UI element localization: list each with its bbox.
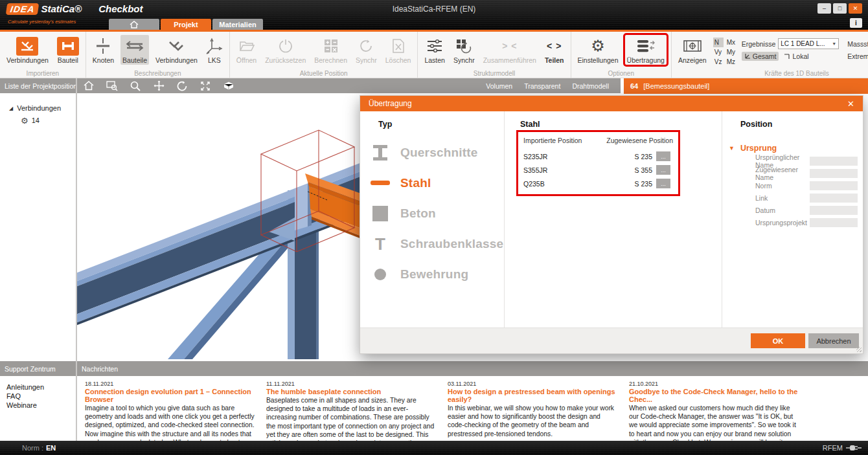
zoom-extents-button[interactable] bbox=[199, 80, 212, 93]
news-title-link[interactable]: How to design a prestressed beam with op… bbox=[448, 388, 617, 403]
tab-materialien[interactable]: Materialien bbox=[212, 19, 263, 30]
assigned-material: S 235 bbox=[635, 153, 656, 161]
uebertragung-button[interactable]: Übertragung bbox=[625, 35, 667, 65]
tree-node-verbindungen[interactable]: ◢ Verbindungen bbox=[9, 102, 76, 114]
news-title-link[interactable]: Connection design evolution part 1 – Con… bbox=[85, 388, 255, 403]
lasten-button[interactable]: Lasten bbox=[422, 35, 447, 65]
component-vz[interactable]: Vz bbox=[713, 57, 724, 67]
zoom-window-button[interactable] bbox=[106, 80, 119, 93]
expand-arrows-icon bbox=[200, 81, 211, 91]
zoom-button[interactable] bbox=[129, 80, 142, 93]
browse-material-button[interactable]: ... bbox=[656, 179, 670, 188]
col-importierte-position: Importierte Position bbox=[523, 137, 582, 144]
pan-button[interactable] bbox=[152, 80, 165, 93]
product-name: Checkbot bbox=[98, 3, 143, 14]
idea-logo: IDEA bbox=[6, 3, 40, 15]
stahl-header: Stahl bbox=[520, 120, 540, 129]
tree-item-14[interactable]: ⚙ 14 bbox=[21, 114, 76, 127]
news-date: 18.11.2021 bbox=[85, 381, 255, 387]
global-axes-icon bbox=[744, 53, 751, 60]
desc-verbindungen-button[interactable]: Verbindungen bbox=[154, 35, 200, 65]
component-mx[interactable]: Mx bbox=[725, 38, 737, 47]
struktur-synchr-button[interactable]: Synchr bbox=[451, 35, 477, 65]
support-header: Support Zentrum bbox=[0, 361, 76, 376]
input-norm[interactable] bbox=[810, 181, 858, 190]
zoom-all-button[interactable] bbox=[82, 80, 95, 93]
gesamt-toggle[interactable]: Gesamt bbox=[742, 52, 779, 61]
minimize-button[interactable]: – bbox=[817, 3, 831, 14]
dialog-titlebar: Übertragung ✕ bbox=[360, 96, 863, 111]
solid-view-button[interactable] bbox=[222, 80, 235, 93]
table-row: Q235B S 235 ... bbox=[523, 177, 673, 190]
tab-home[interactable] bbox=[109, 19, 159, 30]
component-n[interactable]: N bbox=[713, 38, 724, 47]
assigned-material: S 235 bbox=[635, 180, 656, 188]
import-verbindungen-button[interactable]: Verbindungen bbox=[5, 35, 51, 65]
link-webinare[interactable]: Webinare bbox=[6, 401, 76, 410]
link-faq[interactable]: FAQ bbox=[6, 392, 76, 401]
typ-item-beton[interactable]: Beton bbox=[360, 198, 504, 228]
loadcase-dropdown[interactable]: LC 1 DEAD L...▼ bbox=[778, 38, 839, 49]
mode-transparent[interactable]: Transparent bbox=[524, 82, 560, 90]
connection-gear-icon: ⚙ bbox=[21, 116, 29, 126]
force-component-grid: N Mx Vy My Vz Mz bbox=[713, 38, 737, 67]
app-window: IdeaStatiCa-RFEM (EN) IDEAStatiCa®Checkb… bbox=[0, 0, 868, 455]
stahl-column: Stahl Importierte Position Zugewiesene P… bbox=[505, 111, 722, 327]
maximize-button[interactable]: □ bbox=[833, 3, 847, 14]
lks-button[interactable]: LKS bbox=[204, 35, 225, 65]
news-title-link[interactable]: Goodbye to the Code-Check Manager, hello… bbox=[629, 388, 799, 403]
field-datum: Datum bbox=[755, 204, 858, 216]
component-vy[interactable]: Vy bbox=[713, 47, 724, 57]
news-date: 03.11.2021 bbox=[448, 381, 617, 387]
cancel-button[interactable]: Abbrechen bbox=[808, 333, 859, 348]
input-zugewiesener-name[interactable] bbox=[810, 169, 858, 178]
ok-button[interactable]: OK bbox=[751, 333, 805, 348]
component-my[interactable]: My bbox=[725, 47, 737, 57]
lokal-toggle[interactable]: Lokal bbox=[781, 52, 811, 61]
import-bauteil-button[interactable]: Bauteil bbox=[55, 35, 81, 65]
mode-drahtmodell[interactable]: Drahtmodell bbox=[572, 82, 609, 90]
input-urspruenglicher-name[interactable] bbox=[810, 157, 858, 166]
sliders-icon bbox=[426, 36, 443, 56]
field-zugewiesener-name: Zugewiesener Name bbox=[755, 167, 858, 179]
uebertragung-dialog: Übertragung ✕ Typ Querschnitte Stahl bbox=[360, 95, 863, 354]
typ-item-querschnitte[interactable]: Querschnitte bbox=[360, 137, 504, 168]
ribbon-group-kraefte: Anzeigen N Mx Vy My Vz Mz Ergebnisse LC … bbox=[672, 32, 868, 78]
browse-material-button[interactable]: ... bbox=[656, 151, 670, 161]
typ-item-bewehrung[interactable]: Bewehrung bbox=[360, 259, 504, 289]
news-body: Baseplates come in all shapes and sizes.… bbox=[266, 396, 436, 447]
news-items: 18.11.2021 Connection design evolution p… bbox=[77, 376, 868, 441]
dialog-close-icon[interactable]: ✕ bbox=[847, 99, 854, 109]
synchr-button: Synchr bbox=[354, 35, 379, 65]
axes-icon bbox=[206, 36, 223, 56]
link-anleitungen[interactable]: Anleitungen bbox=[6, 383, 76, 392]
teilen-button[interactable]: < > Teilen bbox=[543, 35, 566, 65]
ursprung-section: ▼ Ursprung Ursprünglicher Name Zugewiese… bbox=[729, 142, 858, 228]
ribbon: Verbindungen Bauteil Importieren Knoten bbox=[0, 32, 868, 78]
news-title-link[interactable]: The humble baseplate connection bbox=[266, 388, 436, 395]
browse-material-button[interactable]: ... bbox=[656, 165, 670, 175]
tab-projekt[interactable]: Projekt bbox=[161, 19, 211, 30]
node-icon bbox=[95, 36, 111, 56]
typ-item-schraubenklasse[interactable]: T Schraubenklasse bbox=[360, 228, 504, 259]
rotate-button[interactable] bbox=[176, 80, 188, 93]
info-button[interactable]: i bbox=[850, 18, 862, 28]
component-mz[interactable]: Mz bbox=[725, 57, 737, 67]
input-datum[interactable] bbox=[810, 206, 858, 215]
input-ursprungsprojekt[interactable] bbox=[810, 218, 858, 227]
input-link[interactable] bbox=[810, 194, 858, 203]
bauteile-button[interactable]: Bauteile bbox=[120, 35, 149, 65]
mode-volumen[interactable]: Volumen bbox=[486, 82, 512, 90]
support-panel: Support Zentrum Anleitungen FAQ Webinare bbox=[0, 359, 77, 441]
expander-icon[interactable]: ◢ bbox=[9, 105, 13, 111]
collapse-triangle-icon[interactable]: ▼ bbox=[729, 145, 735, 151]
anzeigen-button[interactable]: Anzeigen bbox=[676, 35, 709, 65]
table-row: S355JR S 355 ... bbox=[523, 163, 673, 177]
einstellungen-button[interactable]: ⚙ Einstellungen bbox=[576, 35, 621, 65]
resize-grip[interactable] bbox=[856, 347, 862, 352]
knoten-button[interactable]: Knoten bbox=[91, 35, 116, 65]
split-icon: < > bbox=[547, 41, 562, 51]
view-mode-buttons: Volumen Transparent Drahtmodell bbox=[486, 82, 615, 90]
typ-item-stahl[interactable]: Stahl bbox=[360, 168, 504, 198]
close-button[interactable]: ✕ bbox=[849, 3, 862, 14]
